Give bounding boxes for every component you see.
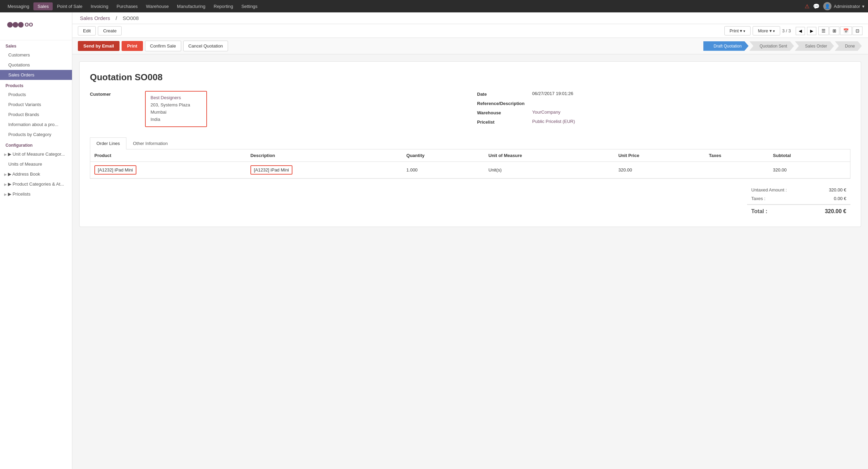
order-table: ProductDescriptionQuantityUnit of Measur… bbox=[90, 149, 850, 178]
form-row: Customer Best Designers 203, Systems Pla… bbox=[90, 91, 850, 131]
top-nav-item-invoicing[interactable]: Invoicing bbox=[86, 2, 112, 10]
taxes-label: Taxes : bbox=[751, 196, 765, 201]
warehouse-value[interactable]: YourCompany bbox=[532, 110, 850, 115]
status-bar: Draft QuotationQuotation SentSales Order… bbox=[703, 41, 862, 51]
total-label: Total : bbox=[751, 208, 767, 215]
prev-page-button[interactable]: ◀ bbox=[796, 27, 805, 35]
status-step-sales-order[interactable]: Sales Order bbox=[795, 41, 834, 51]
action-bar: Send by Email Print Confirm Sale Cancel … bbox=[72, 38, 868, 54]
sidebar: oo Sales CustomersQuotationsSales Orders… bbox=[0, 12, 72, 469]
sidebar-item-customers[interactable]: Customers bbox=[0, 50, 72, 60]
cancel-quotation-button[interactable]: Cancel Quotation bbox=[183, 41, 228, 51]
sidebar-item-products-by-category[interactable]: Products by Category bbox=[0, 129, 72, 139]
form-area: Quotation SO008 Customer Best Designers … bbox=[72, 54, 868, 234]
create-button[interactable]: Create bbox=[98, 26, 122, 35]
sidebar-item-address-book[interactable]: ▶ Address Book bbox=[0, 169, 72, 179]
status-step-draft-quotation[interactable]: Draft Quotation bbox=[703, 41, 748, 51]
taxes-row: Taxes : 0.00 € bbox=[747, 194, 850, 203]
sidebar-item-quotations[interactable]: Quotations bbox=[0, 60, 72, 70]
sidebar-config-title: Configuration bbox=[0, 139, 72, 149]
customer-field-row: Customer Best Designers 203, Systems Pla… bbox=[90, 91, 463, 127]
status-step-done[interactable]: Done bbox=[835, 41, 862, 51]
tab-content: ProductDescriptionQuantityUnit of Measur… bbox=[90, 149, 850, 179]
customer-addr2: Mumbai bbox=[151, 109, 202, 116]
svg-point-1 bbox=[13, 22, 18, 28]
cell-subtotal: 320.00 bbox=[769, 162, 850, 178]
breadcrumb-parent[interactable]: Sales Orders bbox=[80, 15, 110, 21]
th-product: Product bbox=[90, 149, 246, 162]
untaxed-label: Untaxed Amount : bbox=[751, 187, 787, 192]
sidebar-products-items: ProductsProduct VariantsProduct BrandsIn… bbox=[0, 90, 72, 139]
top-nav-item-sales[interactable]: Sales bbox=[33, 2, 53, 10]
sub-header: Sales Orders / SO008 bbox=[72, 12, 868, 24]
untaxed-row: Untaxed Amount : 320.00 € bbox=[747, 186, 850, 194]
top-nav-right: ⚠ 💬 👤 Administrator ▾ bbox=[805, 2, 865, 10]
product-box: [A1232] iPad Mini bbox=[94, 165, 136, 175]
sidebar-item-product-categories-&-at[interactable]: ▶ Product Categories & At... bbox=[0, 179, 72, 189]
taxes-value: 0.00 € bbox=[819, 196, 846, 201]
untaxed-value: 320.00 € bbox=[819, 187, 846, 192]
sidebar-item-product-variants[interactable]: Product Variants bbox=[0, 100, 72, 110]
sidebar-item-information-about-a-pro[interactable]: Information about a pro... bbox=[0, 119, 72, 129]
th-unit-price: Unit Price bbox=[614, 149, 705, 162]
form-left: Customer Best Designers 203, Systems Pla… bbox=[90, 91, 463, 131]
user-avatar: 👤 bbox=[823, 2, 831, 10]
sidebar-logo: oo bbox=[0, 12, 72, 40]
date-field-row: Date 06/27/2017 19:01:26 bbox=[477, 91, 850, 97]
breadcrumb-separator: / bbox=[116, 15, 118, 21]
top-nav: MessagingSalesPoint of SaleInvoicingPurc… bbox=[0, 0, 868, 12]
list-view-button[interactable]: ☰ bbox=[818, 27, 829, 35]
edit-button[interactable]: Edit bbox=[78, 26, 96, 35]
sidebar-item-pricelists[interactable]: ▶ Pricelists bbox=[0, 189, 72, 199]
breadcrumb: Sales Orders / SO008 bbox=[78, 15, 141, 21]
th-subtotal: Subtotal bbox=[769, 149, 850, 162]
table-header: ProductDescriptionQuantityUnit of Measur… bbox=[90, 149, 850, 162]
tab-order-lines[interactable]: Order Lines bbox=[90, 137, 126, 149]
sidebar-products-title: Products bbox=[0, 80, 72, 90]
top-nav-item-manufacturing[interactable]: Manufacturing bbox=[173, 2, 209, 10]
pagination-info: 3 / 3 bbox=[782, 28, 791, 33]
top-nav-items: MessagingSalesPoint of SaleInvoicingPurc… bbox=[3, 4, 262, 9]
more-button[interactable]: More ▾ bbox=[753, 26, 780, 35]
print-action-button[interactable]: Print bbox=[122, 41, 143, 51]
cell-product[interactable]: [A1232] iPad Mini bbox=[90, 162, 246, 178]
sidebar-item-unit-of-measure-categor[interactable]: ▶ Unit of Measure Categor... bbox=[0, 149, 72, 159]
pricelist-value[interactable]: Public Pricelist (EUR) bbox=[532, 119, 850, 124]
th-taxes: Taxes bbox=[705, 149, 769, 162]
reference-label: Reference/Description bbox=[477, 100, 532, 106]
confirm-sale-button[interactable]: Confirm Sale bbox=[145, 41, 181, 51]
form-title: Quotation SO008 bbox=[90, 72, 850, 83]
total-row: Total : 320.00 € bbox=[747, 204, 850, 216]
warehouse-field-row: Warehouse YourCompany bbox=[477, 110, 850, 115]
sidebar-item-products[interactable]: Products bbox=[0, 90, 72, 100]
tabs: Order LinesOther Information bbox=[90, 137, 850, 149]
tab-other-information[interactable]: Other Information bbox=[126, 137, 174, 149]
graph-view-button[interactable]: ⊡ bbox=[852, 27, 862, 35]
user-info[interactable]: 👤 Administrator ▾ bbox=[823, 2, 865, 10]
top-nav-item-purchases[interactable]: Purchases bbox=[112, 2, 142, 10]
top-nav-item-reporting[interactable]: Reporting bbox=[209, 2, 237, 10]
top-nav-item-point-of-sale[interactable]: Point of Sale bbox=[53, 2, 86, 10]
customer-box: Best Designers 203, Systems Plaza Mumbai… bbox=[145, 91, 207, 127]
kanban-view-button[interactable]: ⊞ bbox=[829, 27, 839, 35]
form-card: Quotation SO008 Customer Best Designers … bbox=[79, 61, 861, 227]
sidebar-item-units-of-measure[interactable]: Units of Measure bbox=[0, 159, 72, 169]
date-label: Date bbox=[477, 91, 532, 97]
customer-name[interactable]: Best Designers bbox=[151, 95, 202, 100]
top-nav-item-warehouse[interactable]: Warehouse bbox=[142, 2, 173, 10]
top-nav-item-settings[interactable]: Settings bbox=[237, 2, 262, 10]
send-by-email-button[interactable]: Send by Email bbox=[78, 41, 120, 51]
print-button[interactable]: Print ▾ bbox=[724, 26, 751, 35]
customer-address: 203, Systems Plaza Mumbai India bbox=[151, 102, 202, 123]
sidebar-item-product-brands[interactable]: Product Brands bbox=[0, 110, 72, 119]
odoo-logo: oo bbox=[7, 18, 65, 34]
next-page-button[interactable]: ▶ bbox=[807, 27, 816, 35]
sidebar-item-sales-orders[interactable]: Sales Orders bbox=[0, 70, 72, 80]
form-right: Date 06/27/2017 19:01:26 Reference/Descr… bbox=[477, 91, 850, 131]
calendar-view-button[interactable]: 📅 bbox=[840, 27, 852, 35]
breadcrumb-current: SO008 bbox=[123, 15, 139, 21]
th-quantity: Quantity bbox=[402, 149, 484, 162]
top-nav-item-messaging[interactable]: Messaging bbox=[3, 2, 33, 10]
status-step-quotation-sent[interactable]: Quotation Sent bbox=[749, 41, 794, 51]
totals-section: Untaxed Amount : 320.00 € Taxes : 0.00 €… bbox=[90, 186, 850, 216]
